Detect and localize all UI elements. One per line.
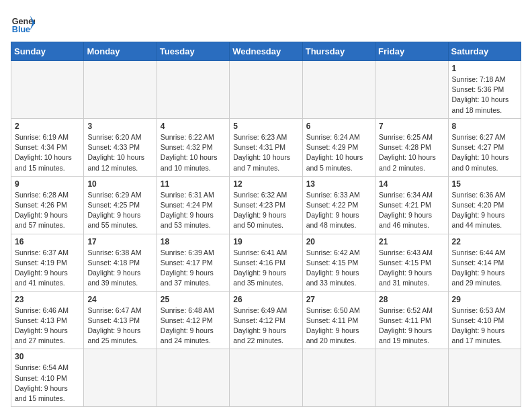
calendar-cell bbox=[375, 349, 448, 407]
day-number: 11 bbox=[161, 179, 226, 189]
day-info: Sunrise: 6:39 AMSunset: 4:17 PMDaylight:… bbox=[161, 248, 226, 289]
weekday-header-row: Sunday Monday Tuesday Wednesday Thursday… bbox=[11, 42, 521, 61]
calendar-week-row: 16Sunrise: 6:37 AMSunset: 4:19 PMDayligh… bbox=[11, 234, 521, 291]
svg-text:Blue: Blue bbox=[12, 25, 30, 34]
calendar-cell: 16Sunrise: 6:37 AMSunset: 4:19 PMDayligh… bbox=[11, 234, 84, 291]
day-info: Sunrise: 6:52 AMSunset: 4:11 PMDaylight:… bbox=[379, 306, 444, 347]
day-number: 20 bbox=[306, 237, 371, 246]
calendar-cell: 24Sunrise: 6:47 AMSunset: 4:13 PMDayligh… bbox=[84, 291, 157, 349]
day-info: Sunrise: 6:19 AMSunset: 4:34 PMDaylight:… bbox=[15, 132, 80, 173]
calendar-cell bbox=[84, 349, 157, 407]
calendar-cell: 6Sunrise: 6:24 AMSunset: 4:29 PMDaylight… bbox=[302, 118, 375, 176]
calendar-cell: 28Sunrise: 6:52 AMSunset: 4:11 PMDayligh… bbox=[375, 291, 448, 349]
day-number: 4 bbox=[161, 122, 226, 131]
day-number: 6 bbox=[306, 122, 371, 131]
calendar-cell: 18Sunrise: 6:39 AMSunset: 4:17 PMDayligh… bbox=[157, 234, 229, 291]
calendar-cell: 23Sunrise: 6:46 AMSunset: 4:13 PMDayligh… bbox=[11, 291, 84, 349]
calendar-cell: 11Sunrise: 6:31 AMSunset: 4:24 PMDayligh… bbox=[157, 176, 229, 234]
day-info: Sunrise: 6:38 AMSunset: 4:18 PMDaylight:… bbox=[87, 248, 152, 289]
day-number: 24 bbox=[87, 295, 152, 304]
header-thursday: Thursday bbox=[302, 42, 375, 61]
day-number: 8 bbox=[452, 122, 517, 131]
calendar-cell: 3Sunrise: 6:20 AMSunset: 4:33 PMDaylight… bbox=[84, 118, 157, 176]
day-info: Sunrise: 6:22 AMSunset: 4:32 PMDaylight:… bbox=[161, 132, 226, 173]
day-info: Sunrise: 6:32 AMSunset: 4:23 PMDaylight:… bbox=[233, 190, 298, 231]
calendar-week-row: 30Sunrise: 6:54 AMSunset: 4:10 PMDayligh… bbox=[11, 349, 521, 407]
calendar-week-row: 23Sunrise: 6:46 AMSunset: 4:13 PMDayligh… bbox=[11, 291, 521, 349]
page-header: General Blue bbox=[11, 11, 521, 35]
day-number: 21 bbox=[379, 237, 444, 246]
day-number: 5 bbox=[233, 122, 298, 131]
day-info: Sunrise: 6:42 AMSunset: 4:15 PMDaylight:… bbox=[306, 248, 371, 289]
day-info: Sunrise: 6:23 AMSunset: 4:31 PMDaylight:… bbox=[233, 132, 298, 173]
day-info: Sunrise: 6:47 AMSunset: 4:13 PMDaylight:… bbox=[87, 306, 152, 347]
header-monday: Monday bbox=[84, 42, 157, 61]
day-info: Sunrise: 6:24 AMSunset: 4:29 PMDaylight:… bbox=[306, 132, 371, 173]
calendar-cell bbox=[157, 349, 229, 407]
header-tuesday: Tuesday bbox=[157, 42, 229, 61]
calendar-cell: 9Sunrise: 6:28 AMSunset: 4:26 PMDaylight… bbox=[11, 176, 84, 234]
day-info: Sunrise: 6:27 AMSunset: 4:27 PMDaylight:… bbox=[452, 132, 517, 173]
day-number: 13 bbox=[306, 179, 371, 189]
day-number: 28 bbox=[379, 295, 444, 304]
calendar-cell: 22Sunrise: 6:44 AMSunset: 4:14 PMDayligh… bbox=[448, 234, 521, 291]
day-info: Sunrise: 6:53 AMSunset: 4:10 PMDaylight:… bbox=[452, 306, 517, 347]
calendar-cell: 30Sunrise: 6:54 AMSunset: 4:10 PMDayligh… bbox=[11, 349, 84, 407]
calendar-cell bbox=[302, 349, 375, 407]
calendar-cell bbox=[11, 61, 84, 119]
day-number: 10 bbox=[87, 179, 152, 189]
day-info: Sunrise: 6:28 AMSunset: 4:26 PMDaylight:… bbox=[15, 190, 80, 231]
day-info: Sunrise: 6:43 AMSunset: 4:15 PMDaylight:… bbox=[379, 248, 444, 289]
calendar-cell: 7Sunrise: 6:25 AMSunset: 4:28 PMDaylight… bbox=[375, 118, 448, 176]
calendar-cell: 13Sunrise: 6:33 AMSunset: 4:22 PMDayligh… bbox=[302, 176, 375, 234]
calendar-week-row: 9Sunrise: 6:28 AMSunset: 4:26 PMDaylight… bbox=[11, 176, 521, 234]
calendar-cell: 8Sunrise: 6:27 AMSunset: 4:27 PMDaylight… bbox=[448, 118, 521, 176]
day-number: 23 bbox=[15, 295, 80, 304]
day-info: Sunrise: 6:48 AMSunset: 4:12 PMDaylight:… bbox=[161, 306, 226, 347]
day-number: 16 bbox=[15, 237, 80, 246]
calendar-week-row: 2Sunrise: 6:19 AMSunset: 4:34 PMDaylight… bbox=[11, 118, 521, 176]
calendar-cell bbox=[375, 61, 448, 119]
day-info: Sunrise: 6:20 AMSunset: 4:33 PMDaylight:… bbox=[87, 132, 152, 173]
day-info: Sunrise: 6:33 AMSunset: 4:22 PMDaylight:… bbox=[306, 190, 371, 231]
calendar-cell bbox=[230, 61, 302, 119]
day-number: 30 bbox=[15, 352, 80, 361]
calendar-cell: 26Sunrise: 6:49 AMSunset: 4:12 PMDayligh… bbox=[230, 291, 302, 349]
calendar-cell: 17Sunrise: 6:38 AMSunset: 4:18 PMDayligh… bbox=[84, 234, 157, 291]
header-sunday: Sunday bbox=[11, 42, 84, 61]
calendar-cell: 10Sunrise: 6:29 AMSunset: 4:25 PMDayligh… bbox=[84, 176, 157, 234]
day-number: 17 bbox=[87, 237, 152, 246]
day-info: Sunrise: 6:46 AMSunset: 4:13 PMDaylight:… bbox=[15, 306, 80, 347]
day-number: 25 bbox=[161, 295, 226, 304]
calendar-week-row: 1Sunrise: 7:18 AMSunset: 5:36 PMDaylight… bbox=[11, 61, 521, 119]
day-info: Sunrise: 6:31 AMSunset: 4:24 PMDaylight:… bbox=[161, 190, 226, 231]
logo-icon: General Blue bbox=[11, 11, 35, 35]
header-saturday: Saturday bbox=[448, 42, 521, 61]
calendar-cell bbox=[84, 61, 157, 119]
calendar-cell: 29Sunrise: 6:53 AMSunset: 4:10 PMDayligh… bbox=[448, 291, 521, 349]
day-number: 7 bbox=[379, 122, 444, 131]
day-number: 27 bbox=[306, 295, 371, 304]
day-info: Sunrise: 6:54 AMSunset: 4:10 PMDaylight:… bbox=[15, 363, 80, 404]
calendar-cell: 27Sunrise: 6:50 AMSunset: 4:11 PMDayligh… bbox=[302, 291, 375, 349]
calendar-cell: 19Sunrise: 6:41 AMSunset: 4:16 PMDayligh… bbox=[230, 234, 302, 291]
header-friday: Friday bbox=[375, 42, 448, 61]
day-number: 19 bbox=[233, 237, 298, 246]
calendar-cell: 1Sunrise: 7:18 AMSunset: 5:36 PMDaylight… bbox=[448, 61, 521, 119]
day-info: Sunrise: 6:37 AMSunset: 4:19 PMDaylight:… bbox=[15, 248, 80, 289]
calendar-cell bbox=[157, 61, 229, 119]
day-number: 18 bbox=[161, 237, 226, 246]
calendar-cell bbox=[230, 349, 302, 407]
calendar-cell: 25Sunrise: 6:48 AMSunset: 4:12 PMDayligh… bbox=[157, 291, 229, 349]
calendar-cell: 15Sunrise: 6:36 AMSunset: 4:20 PMDayligh… bbox=[448, 176, 521, 234]
day-info: Sunrise: 6:49 AMSunset: 4:12 PMDaylight:… bbox=[233, 306, 298, 347]
day-number: 9 bbox=[15, 179, 80, 189]
day-number: 15 bbox=[452, 179, 517, 189]
day-info: Sunrise: 6:41 AMSunset: 4:16 PMDaylight:… bbox=[233, 248, 298, 289]
day-number: 26 bbox=[233, 295, 298, 304]
calendar-cell: 2Sunrise: 6:19 AMSunset: 4:34 PMDaylight… bbox=[11, 118, 84, 176]
calendar-cell: 21Sunrise: 6:43 AMSunset: 4:15 PMDayligh… bbox=[375, 234, 448, 291]
day-number: 22 bbox=[452, 237, 517, 246]
day-info: Sunrise: 6:29 AMSunset: 4:25 PMDaylight:… bbox=[87, 190, 152, 231]
day-info: Sunrise: 7:18 AMSunset: 5:36 PMDaylight:… bbox=[452, 75, 517, 116]
